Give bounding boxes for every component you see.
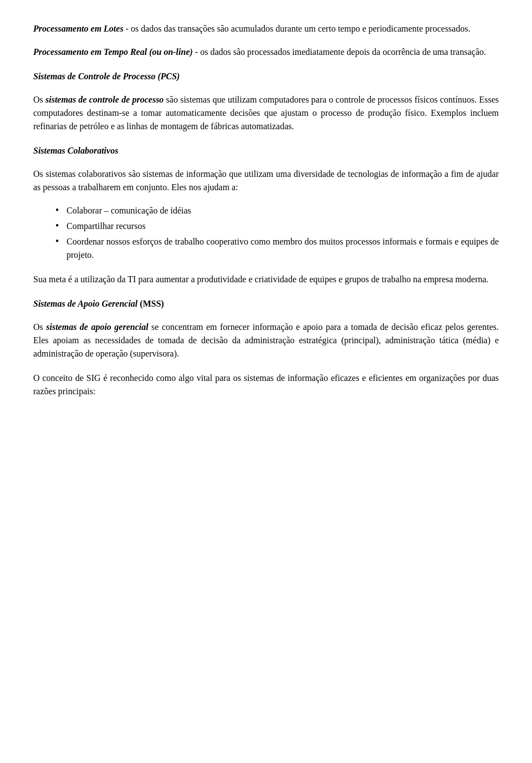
colaborativos-heading: Sistemas Colaborativos bbox=[33, 146, 118, 155]
bullet-compartilhar-text: Compartilhar recursos bbox=[66, 221, 146, 231]
colaborativos-bullet-list: Colaborar – comunicação de idéias Compar… bbox=[55, 204, 499, 262]
pcs-body-paragraph: Os sistemas de controle de processo são … bbox=[33, 93, 499, 133]
pcs-bold-term: sistemas de controle de processo bbox=[45, 95, 163, 104]
mss-heading-paragraph: Sistemas de Apoio Gerencial (MSS) bbox=[33, 297, 499, 311]
sig-text: O conceito de SIG é reconhecido como alg… bbox=[33, 373, 499, 396]
bullet-colaborar-text: Colaborar – comunicação de idéias bbox=[66, 206, 191, 215]
processamento-tempo-real-heading: Processamento em Tempo Real (ou on-line) bbox=[33, 47, 193, 57]
bullet-compartilhar: Compartilhar recursos bbox=[55, 220, 499, 233]
mss-bold-term: sistemas de apoio gerencial bbox=[46, 322, 148, 332]
processamento-tempo-real-paragraph: Processamento em Tempo Real (ou on-line)… bbox=[33, 45, 499, 59]
colaborativos-heading-paragraph: Sistemas Colaborativos bbox=[33, 144, 499, 157]
mss-heading-suffix: (MSS) bbox=[140, 299, 164, 308]
bullet-coordenar: Coordenar nossos esforços de trabalho co… bbox=[55, 235, 499, 262]
colaborativos-text: Os sistemas colaborativos são sistemas d… bbox=[33, 169, 499, 192]
pcs-heading: Sistemas de Controle de Processo (PCS) bbox=[33, 72, 180, 81]
meta-text: Sua meta é a utilização da TI para aumen… bbox=[33, 274, 489, 284]
mss-body-paragraph: Os sistemas de apoio gerencial se concen… bbox=[33, 321, 499, 360]
pcs-text-prefix: Os bbox=[33, 95, 45, 104]
processamento-lotes-text: - os dados das transações são acumulados… bbox=[126, 24, 470, 33]
processamento-lotes-paragraph: Processamento em Lotes - os dados das tr… bbox=[33, 22, 499, 35]
pcs-heading-paragraph: Sistemas de Controle de Processo (PCS) bbox=[33, 70, 499, 83]
bullet-coordenar-text: Coordenar nossos esforços de trabalho co… bbox=[66, 237, 499, 260]
processamento-lotes-heading: Processamento em Lotes bbox=[33, 24, 124, 33]
bullet-colaborar: Colaborar – comunicação de idéias bbox=[55, 204, 499, 217]
meta-paragraph: Sua meta é a utilização da TI para aumen… bbox=[33, 273, 499, 286]
sig-paragraph: O conceito de SIG é reconhecido como alg… bbox=[33, 372, 499, 398]
mss-text-prefix: Os bbox=[33, 322, 46, 332]
colaborativos-intro: Os sistemas colaborativos são sistemas d… bbox=[33, 167, 499, 194]
mss-heading: Sistemas de Apoio Gerencial bbox=[33, 299, 137, 308]
document-container: Processamento em Lotes - os dados das tr… bbox=[33, 22, 499, 398]
processamento-tempo-real-text: - os dados são processados imediatamente… bbox=[195, 47, 486, 57]
